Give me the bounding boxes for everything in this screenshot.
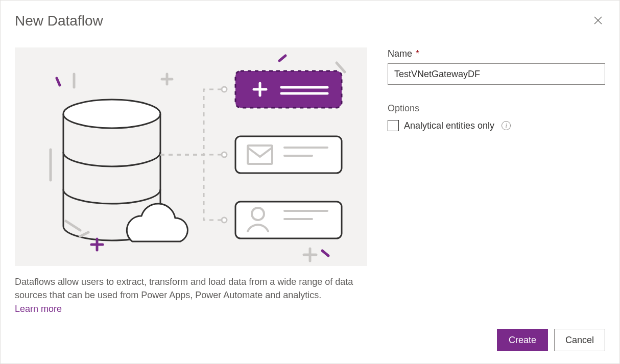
name-input[interactable] — [388, 63, 605, 85]
learn-more-link[interactable]: Learn more — [15, 304, 62, 314]
dialog-title: New Dataflow — [15, 13, 103, 29]
required-marker: * — [416, 48, 419, 59]
svg-line-6 — [66, 221, 80, 230]
svg-point-18 — [222, 152, 227, 157]
cancel-button[interactable]: Cancel — [554, 329, 605, 351]
description-text: Dataflows allow users to extract, transf… — [15, 275, 367, 302]
dialog-footer: Create Cancel — [497, 329, 605, 351]
svg-point-2 — [63, 100, 160, 128]
close-icon — [594, 16, 602, 26]
svg-rect-20 — [235, 71, 342, 108]
name-label: Name * — [388, 48, 605, 59]
dialog-body: Dataflows allow users to extract, transf… — [15, 47, 605, 314]
close-button[interactable] — [591, 13, 605, 29]
svg-point-19 — [222, 217, 227, 223]
info-icon[interactable]: i — [502, 121, 511, 130]
new-dataflow-dialog: New Dataflow — [0, 0, 620, 364]
svg-line-16 — [322, 251, 328, 256]
analytical-checkbox-label: Analytical entities only — [404, 120, 494, 131]
left-pane: Dataflows allow users to extract, transf… — [15, 47, 367, 314]
svg-line-9 — [80, 232, 88, 236]
analytical-checkbox[interactable] — [388, 120, 399, 131]
create-button[interactable]: Create — [497, 329, 548, 351]
dataflow-illustration — [15, 47, 367, 266]
svg-line-3 — [57, 78, 60, 85]
right-pane: Name * Options Analytical entities only … — [388, 47, 605, 314]
dialog-header: New Dataflow — [15, 13, 605, 29]
analytical-checkbox-row: Analytical entities only i — [388, 120, 605, 131]
options-heading: Options — [388, 103, 605, 114]
svg-point-17 — [222, 87, 227, 92]
name-label-text: Name — [388, 48, 412, 59]
svg-line-13 — [337, 63, 345, 72]
svg-line-12 — [279, 56, 285, 61]
